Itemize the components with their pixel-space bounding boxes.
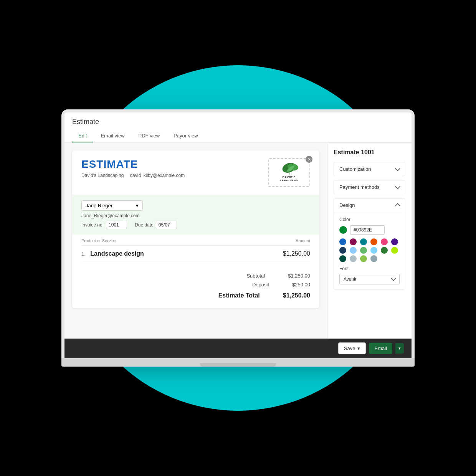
bill-to-section: Jane Rieger ▾ Jane_Rieger@example.com In…	[72, 195, 319, 235]
customer-dropdown[interactable]: Jane Rieger ▾	[81, 200, 143, 211]
line-item-name: Landscape design	[90, 250, 144, 257]
color-label: Color	[339, 217, 400, 222]
line-item: 1. Landscape design $1,250.00	[81, 246, 310, 262]
estimate-heading: ESTIMATE	[81, 158, 185, 170]
save-label: Save	[344, 345, 355, 351]
tab-edit[interactable]: Edit	[72, 130, 93, 142]
grand-total-value: $1,250.00	[283, 292, 310, 299]
color-dot[interactable]	[350, 255, 357, 262]
design-section: Design Color	[334, 198, 405, 289]
save-button[interactable]: Save ▾	[338, 342, 366, 354]
deposit-label: Deposit	[252, 282, 269, 288]
logo-box[interactable]: ✕ DAVID'S	[268, 158, 310, 187]
company-logo-svg: DAVID'S LANDSCAPING	[276, 163, 302, 182]
payment-methods-section: Payment methods	[334, 180, 405, 194]
subtotal-value: $1,250.00	[288, 273, 310, 279]
color-dot[interactable]	[391, 238, 398, 245]
email-label: Email	[374, 345, 387, 351]
customization-header[interactable]: Customization	[334, 162, 405, 176]
svg-text:LANDSCAPING: LANDSCAPING	[280, 179, 298, 182]
line-item-number: 1.	[81, 251, 86, 257]
customer-name: Jane Rieger	[86, 203, 112, 208]
payment-chevron-icon	[395, 183, 400, 189]
invoice-label: Invoice no.	[81, 222, 104, 228]
design-body: Color	[334, 212, 405, 289]
product-service-header: Product or Service	[81, 238, 116, 243]
grand-total-label: Estimate Total	[218, 292, 260, 299]
font-chevron-icon	[391, 276, 396, 281]
amount-header: Amount	[296, 238, 310, 243]
color-dot[interactable]	[360, 255, 367, 262]
color-dot[interactable]	[360, 247, 367, 254]
color-dot[interactable]	[360, 238, 367, 245]
color-grid-row2	[339, 247, 400, 254]
font-label: Font	[339, 266, 400, 271]
tab-email-view[interactable]: Email view	[94, 130, 131, 142]
color-dot[interactable]	[350, 247, 357, 254]
svg-text:DAVID'S: DAVID'S	[283, 176, 296, 178]
design-header[interactable]: Design	[334, 198, 405, 212]
tab-payor-view[interactable]: Payor view	[167, 130, 204, 142]
laptop-base	[61, 358, 415, 367]
font-value: Avenir	[344, 276, 357, 282]
right-panel-title: Estimate 1001	[334, 149, 405, 156]
customer-email: Jane_Rieger@example.com	[81, 213, 310, 218]
color-dot[interactable]	[350, 238, 357, 245]
due-date-label: Due date	[135, 222, 154, 228]
color-dot[interactable]	[370, 255, 377, 262]
font-select[interactable]: Avenir	[339, 274, 400, 284]
due-date-input[interactable]	[156, 221, 177, 229]
line-item-amount: $1,250.00	[283, 250, 310, 257]
line-items-section: Product or Service Amount 1. Landscape d…	[72, 235, 319, 268]
tab-pdf-view[interactable]: PDF view	[132, 130, 166, 142]
design-label: Design	[339, 202, 355, 208]
company-name: David's Landscaping	[81, 173, 124, 178]
logo-close-button[interactable]: ✕	[306, 156, 312, 163]
color-dot[interactable]	[381, 247, 388, 254]
totals-section: Subtotal $1,250.00 Deposit $250.00 Estim…	[72, 268, 319, 308]
payment-methods-header[interactable]: Payment methods	[334, 180, 405, 194]
color-dot[interactable]	[370, 247, 377, 254]
customization-chevron-icon	[395, 165, 400, 171]
estimate-preview: ESTIMATE David's Landscaping david_kilby…	[64, 143, 327, 339]
invoice-number-input[interactable]	[106, 221, 127, 229]
color-dot[interactable]	[339, 247, 346, 254]
company-email: david_kilby@example.com	[130, 173, 185, 178]
color-grid-row3	[339, 255, 400, 262]
color-grid-row1	[339, 238, 400, 245]
bottom-bar: Save ▾ Email ▾	[64, 339, 412, 358]
color-dot[interactable]	[381, 238, 388, 245]
email-button[interactable]: Email	[369, 343, 392, 354]
active-color-swatch[interactable]	[339, 226, 347, 234]
payment-methods-label: Payment methods	[339, 184, 380, 190]
customization-section: Customization	[334, 162, 405, 176]
color-dot[interactable]	[339, 238, 346, 245]
tab-bar: Edit Email view PDF view Payor view	[72, 130, 404, 142]
deposit-value: $250.00	[292, 282, 310, 288]
color-dot[interactable]	[339, 255, 346, 262]
subtotal-label: Subtotal	[246, 273, 265, 279]
customization-label: Customization	[339, 166, 371, 172]
design-chevron-icon	[395, 203, 400, 208]
email-caret-button[interactable]: ▾	[395, 343, 404, 354]
color-hex-input[interactable]	[350, 225, 385, 235]
dropdown-chevron: ▾	[136, 203, 139, 208]
color-dot[interactable]	[370, 238, 377, 245]
page-title: Estimate	[72, 118, 404, 126]
color-dot[interactable]	[391, 247, 398, 254]
save-chevron-icon: ▾	[357, 345, 360, 351]
right-panel: Estimate 1001 Customization Payment meth…	[327, 143, 412, 339]
estimate-card: ESTIMATE David's Landscaping david_kilby…	[72, 150, 319, 308]
